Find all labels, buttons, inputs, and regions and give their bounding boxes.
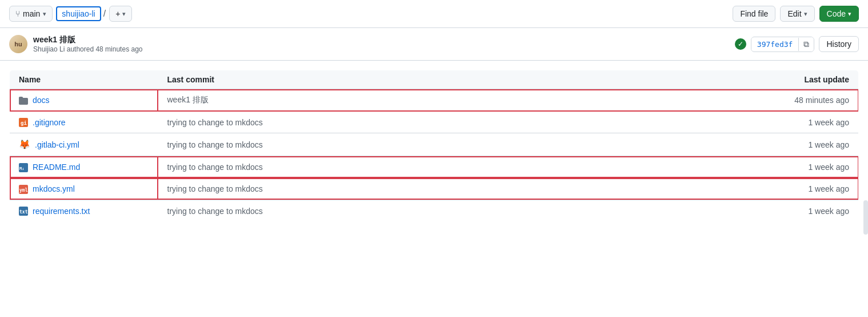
last-commit-cell: week1 排版 — [158, 89, 756, 112]
branch-selector[interactable]: ⑂ main ▾ — [9, 6, 53, 22]
copy-hash-button[interactable]: ⧉ — [799, 37, 814, 51]
last-commit-cell: trying to change to mkdocs — [158, 178, 756, 200]
avatar-initials: hu — [14, 41, 22, 47]
file-name-link[interactable]: docs — [33, 96, 50, 105]
txt-icon: txt — [19, 206, 28, 216]
svg-text:yml: yml — [19, 188, 28, 193]
author-name: Shuijiao Li — [33, 45, 65, 53]
code-chevron-icon: ▾ — [848, 10, 851, 18]
file-name-cell: docs — [19, 95, 149, 105]
last-update-cell: 48 minutes ago — [756, 89, 859, 112]
history-button[interactable]: History — [819, 36, 859, 52]
add-button[interactable]: + ▾ — [109, 6, 132, 22]
breadcrumb: shuijiao-li / — [56, 6, 106, 21]
yml-icon: yml — [19, 184, 28, 194]
commit-hash-group: 397fed3f ⧉ — [751, 37, 815, 52]
file-name-cell: 🦊 .gitlab-ci.yml — [19, 139, 149, 150]
commit-bar-right: ✓ 397fed3f ⧉ History — [735, 36, 859, 52]
find-file-button[interactable]: Find file — [733, 6, 775, 22]
file-name-link[interactable]: requirements.txt — [33, 207, 90, 216]
branch-icon: ⑂ — [15, 9, 20, 18]
file-name-link[interactable]: .gitlab-ci.yml — [35, 140, 79, 149]
code-button[interactable]: Code ▾ — [819, 6, 859, 22]
breadcrumb-slash: / — [103, 9, 106, 19]
commit-message: week1 排版 — [33, 35, 142, 45]
last-update-cell: 1 week ago — [756, 112, 859, 133]
table-row: txt requirements.txt trying to change to… — [10, 200, 859, 221]
ci-status-icon[interactable]: ✓ — [735, 38, 746, 50]
last-update-cell: 1 week ago — [756, 133, 859, 156]
file-name-link[interactable]: mkdocs.yml — [33, 184, 75, 193]
file-name-link[interactable]: .gitignore — [33, 118, 66, 127]
svg-text:txt: txt — [19, 209, 28, 215]
branch-label: main — [23, 9, 40, 18]
table-row: docs week1 排版 48 minutes ago — [10, 89, 859, 112]
svg-text:M↓: M↓ — [19, 167, 24, 171]
code-label: Code — [827, 9, 846, 18]
commit-bar: hu week1 排版 Shuijiao Li authored 48 minu… — [0, 28, 868, 61]
table-row: yml mkdocs.yml trying to change to mkdoc… — [10, 178, 859, 200]
table-row: M↓ README.md trying to change to mkdocs … — [10, 156, 859, 178]
file-table-container: Name Last commit Last update docs week1 … — [0, 70, 868, 231]
file-name-cell: gi .gitignore — [19, 117, 149, 127]
svg-text:gi: gi — [21, 120, 27, 126]
col-header-last-update: Last update — [756, 70, 859, 89]
file-name-cell: M↓ README.md — [19, 162, 149, 172]
gitignore-icon: gi — [19, 117, 28, 127]
edit-button[interactable]: Edit ▾ — [780, 6, 814, 22]
file-table: Name Last commit Last update docs week1 … — [9, 70, 859, 222]
file-name-link[interactable]: README.md — [33, 163, 80, 172]
md-icon: M↓ — [19, 162, 28, 172]
col-header-name: Name — [10, 70, 158, 89]
last-update-cell: 1 week ago — [756, 156, 859, 178]
file-name-cell: txt requirements.txt — [19, 206, 149, 216]
commit-info: week1 排版 Shuijiao Li authored 48 minutes… — [33, 35, 142, 53]
last-commit-cell: trying to change to mkdocs — [158, 112, 756, 133]
file-name-cell: yml mkdocs.yml — [19, 184, 149, 194]
breadcrumb-active-segment[interactable]: shuijiao-li — [56, 6, 101, 21]
plus-icon: + — [115, 9, 120, 18]
table-row: 🦊 .gitlab-ci.yml trying to change to mkd… — [10, 133, 859, 156]
last-commit-cell: trying to change to mkdocs — [158, 156, 756, 178]
add-dropdown-icon: ▾ — [122, 10, 126, 18]
table-row: gi .gitignore trying to change to mkdocs… — [10, 112, 859, 133]
last-update-cell: 1 week ago — [756, 178, 859, 200]
last-update-cell: 1 week ago — [756, 200, 859, 221]
commit-hash-link[interactable]: 397fed3f — [751, 38, 799, 51]
gitlab-icon: 🦊 — [19, 139, 30, 150]
toolbar: ⑂ main ▾ shuijiao-li / + ▾ Find file Edi… — [0, 0, 868, 28]
edit-chevron-icon: ▾ — [804, 10, 807, 18]
edit-label: Edit — [787, 9, 801, 18]
author-time: authored 48 minutes ago — [67, 45, 143, 53]
folder-icon — [19, 95, 28, 105]
scrollbar-indicator[interactable] — [863, 200, 868, 231]
branch-chevron-icon: ▾ — [43, 10, 46, 18]
col-header-last-commit: Last commit — [158, 70, 756, 89]
last-commit-cell: trying to change to mkdocs — [158, 200, 756, 221]
commit-author: Shuijiao Li authored 48 minutes ago — [33, 45, 142, 53]
toolbar-right: Find file Edit ▾ Code ▾ — [733, 6, 859, 22]
last-commit-cell: trying to change to mkdocs — [158, 133, 756, 156]
avatar: hu — [9, 35, 27, 53]
